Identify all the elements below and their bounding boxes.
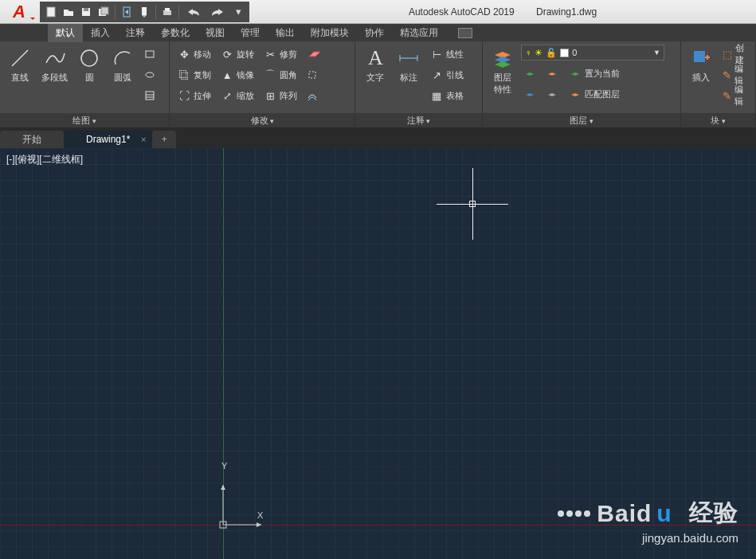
svg-rect-2 bbox=[84, 8, 88, 11]
matchlayer-button[interactable]: 匹配图层 bbox=[566, 84, 623, 104]
separator bbox=[115, 5, 116, 19]
app-menu-button[interactable]: A bbox=[0, 0, 38, 24]
dim-button[interactable]: 标注 bbox=[394, 45, 424, 85]
qat-redo-icon[interactable] bbox=[206, 4, 229, 20]
panel-annot-title[interactable]: 注释 bbox=[355, 113, 481, 127]
tab-annotate[interactable]: 注释 bbox=[118, 24, 153, 42]
array-button[interactable]: ⊞阵列 bbox=[260, 86, 300, 105]
array-icon: ⊞ bbox=[264, 89, 276, 102]
erase-icon[interactable] bbox=[304, 45, 326, 64]
tab-drawing1-label: Drawing1* bbox=[86, 134, 130, 145]
tab-featured[interactable]: 精选应用 bbox=[392, 24, 446, 42]
tab-drawing1[interactable]: Drawing1*× bbox=[64, 131, 152, 148]
fillet-button[interactable]: ⌒圆角 bbox=[260, 65, 300, 84]
trim-label: 修剪 bbox=[280, 49, 297, 61]
layerprops-label: 图层 特性 bbox=[494, 72, 511, 96]
table-button[interactable]: ▦表格 bbox=[427, 86, 467, 105]
layer-tool2-icon[interactable] bbox=[521, 84, 539, 104]
layer-tool3-icon[interactable] bbox=[543, 64, 561, 83]
svg-point-10 bbox=[81, 50, 97, 66]
svg-rect-16 bbox=[309, 72, 315, 78]
arc-button[interactable]: 圆弧 bbox=[108, 45, 138, 85]
leader-icon: ↗ bbox=[430, 68, 443, 81]
panel-draw-title[interactable]: 绘图 bbox=[0, 113, 169, 127]
circle-button[interactable]: 圆 bbox=[74, 45, 104, 85]
copy-button[interactable]: ⿻复制 bbox=[174, 65, 214, 84]
tab-insert[interactable]: 插入 bbox=[83, 24, 118, 42]
tab-default[interactable]: 默认 bbox=[48, 24, 83, 42]
offset-icon[interactable] bbox=[304, 86, 326, 105]
tab-output[interactable]: 输出 bbox=[268, 24, 303, 42]
tab-start[interactable]: 开始 bbox=[0, 131, 64, 148]
tab-view[interactable]: 视图 bbox=[198, 24, 233, 42]
editattr-icon: ✎ bbox=[723, 89, 731, 102]
linear-button[interactable]: ⊢线性 bbox=[427, 45, 467, 64]
qat-saveall-icon[interactable] bbox=[96, 4, 112, 20]
qat-dropdown-icon[interactable]: ▾ bbox=[230, 4, 246, 20]
title-bar: A ▾ Autodesk AutoCAD 2019 Drawing1.dwg bbox=[0, 0, 756, 24]
qat-new-icon[interactable] bbox=[43, 4, 59, 20]
table-label: 表格 bbox=[446, 90, 464, 102]
panel-layers-title[interactable]: 图层 bbox=[483, 113, 680, 127]
trim-button[interactable]: ✂修剪 bbox=[260, 45, 300, 64]
qat-save-icon[interactable] bbox=[78, 4, 94, 20]
app-title: Autodesk AutoCAD 2019 bbox=[409, 6, 515, 18]
layer-tool1-icon[interactable] bbox=[521, 64, 539, 83]
tab-addins[interactable]: 附加模块 bbox=[303, 24, 357, 42]
copy-icon: ⿻ bbox=[178, 68, 190, 81]
match-label: 匹配图层 bbox=[585, 88, 620, 100]
scale-button[interactable]: ⤢缩放 bbox=[217, 86, 257, 105]
editattr-label: 编辑 bbox=[734, 84, 747, 108]
qat-cloud-icon[interactable] bbox=[136, 4, 152, 20]
qat-undo-icon[interactable] bbox=[182, 4, 205, 20]
draw-extras bbox=[141, 45, 159, 105]
layer-tool4-icon[interactable] bbox=[543, 84, 561, 104]
drawing-canvas[interactable]: [-][俯视][二维线框] Y X Baidu 经验 jingyan.baidu… bbox=[0, 148, 756, 559]
watermark: Baidu 经验 jingyan.baidu.com bbox=[558, 497, 738, 545]
move-button[interactable]: ✥移动 bbox=[174, 45, 214, 64]
scale-icon: ⤢ bbox=[221, 89, 233, 102]
layer-dropdown[interactable]: ♀ ☀ 🔓 0 ▼ bbox=[521, 45, 664, 61]
leader-label: 引线 bbox=[446, 69, 464, 81]
stretch-button[interactable]: ⛶拉伸 bbox=[174, 86, 214, 105]
text-button[interactable]: A文字 bbox=[360, 45, 390, 85]
layer-color-swatch bbox=[560, 49, 569, 57]
leader-button[interactable]: ↗引线 bbox=[427, 65, 467, 84]
sun-icon: ☀ bbox=[535, 48, 543, 58]
qat-print-icon[interactable] bbox=[159, 4, 175, 20]
svg-rect-8 bbox=[165, 8, 170, 11]
panel-modify-title[interactable]: 修改 bbox=[170, 113, 354, 127]
pline-button[interactable]: 多段线 bbox=[38, 45, 71, 85]
explode-icon[interactable] bbox=[304, 65, 326, 84]
create-block-button[interactable]: ⬚创建 bbox=[719, 45, 750, 64]
line-button[interactable]: 直线 bbox=[5, 45, 35, 85]
wm-brand: Baid bbox=[597, 500, 652, 527]
insert-button[interactable]: 插入 bbox=[686, 45, 716, 85]
ribbon-options-icon[interactable] bbox=[458, 28, 472, 38]
ellipse-icon[interactable] bbox=[141, 65, 159, 84]
mirror-icon: ▲ bbox=[221, 68, 233, 81]
qat-share-icon[interactable] bbox=[119, 4, 135, 20]
tab-parametric[interactable]: 参数化 bbox=[153, 24, 198, 42]
close-tab-icon[interactable]: × bbox=[141, 135, 146, 144]
viewport-label[interactable]: [-][俯视][二维线框] bbox=[6, 153, 83, 166]
panel-block-title[interactable]: 块 bbox=[681, 113, 755, 127]
rect-icon[interactable] bbox=[141, 45, 159, 64]
tab-manage[interactable]: 管理 bbox=[233, 24, 268, 42]
edit-block-button[interactable]: ✎编辑 bbox=[719, 65, 750, 84]
rotate-button[interactable]: ⟳旋转 bbox=[217, 45, 257, 64]
edit-icon: ✎ bbox=[723, 68, 731, 81]
hatch-icon[interactable] bbox=[141, 86, 159, 105]
new-tab-button[interactable]: + bbox=[152, 131, 176, 148]
document-tabs: 开始 Drawing1*× + bbox=[0, 127, 756, 148]
ribbon-tabs: 默认 插入 注释 参数化 视图 管理 输出 附加模块 协作 精选应用 bbox=[0, 24, 756, 41]
tab-collab[interactable]: 协作 bbox=[357, 24, 392, 42]
layer-props-button[interactable]: 图层 特性 bbox=[488, 45, 518, 97]
panel-modify: ✥移动 ⿻复制 ⛶拉伸 ⟳旋转 ▲镜像 ⤢缩放 ✂修剪 ⌒圆角 ⊞阵列 修改 bbox=[170, 41, 355, 127]
qat-open-icon[interactable] bbox=[61, 4, 76, 20]
mirror-button[interactable]: ▲镜像 bbox=[217, 65, 257, 84]
svg-point-12 bbox=[146, 72, 154, 77]
editattr-button[interactable]: ✎编辑 bbox=[719, 86, 750, 105]
setcurrent-button[interactable]: 置为当前 bbox=[566, 64, 623, 83]
layer-name: 0 bbox=[572, 48, 577, 57]
